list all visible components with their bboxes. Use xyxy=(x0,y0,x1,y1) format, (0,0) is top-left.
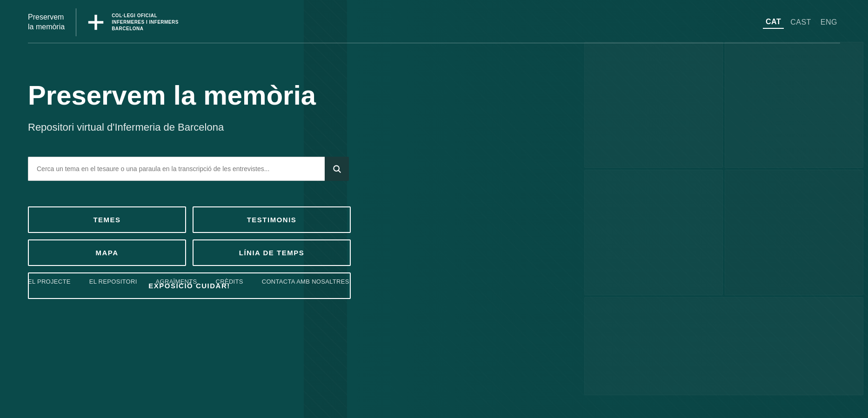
lang-eng-button[interactable]: ENG xyxy=(818,16,840,28)
college-name-line3: BARCELONA xyxy=(112,26,179,32)
college-info: COL·LEGI OFICIAL INFERMERES I INFERMERS … xyxy=(112,13,179,32)
logo-section: Preservem la memòria COL·LEGI OFICIAL IN… xyxy=(28,8,179,36)
linia-de-temps-button[interactable]: LÍNIA DE TEMPS xyxy=(193,239,351,266)
college-logo-icon xyxy=(87,14,104,31)
logo-text: Preservem la memòria xyxy=(28,13,65,32)
footer-link-agraiments[interactable]: AGRAÏMENTS xyxy=(156,278,197,285)
header: Preservem la memòria COL·LEGI OFICIAL IN… xyxy=(0,0,868,36)
footer-link-credits[interactable]: CRÈDITS xyxy=(216,278,243,285)
search-input[interactable] xyxy=(28,157,325,181)
search-container xyxy=(28,157,349,181)
footer-link-el-projecte[interactable]: EL PROJECTE xyxy=(28,278,71,285)
svg-line-3 xyxy=(339,171,341,173)
exposicio-cuidar-button[interactable]: Exposició CUIDAR! xyxy=(28,272,351,299)
lang-cast-button[interactable]: CAST xyxy=(788,16,814,28)
mapa-button[interactable]: MAPA xyxy=(28,239,186,266)
page-subtitle: Repositori virtual d'Infermeria de Barce… xyxy=(28,121,354,133)
footer-link-el-repositori[interactable]: EL REPOSITORI xyxy=(89,278,137,285)
page-title: Preservem la memòria xyxy=(28,80,354,110)
lang-cat-button[interactable]: CAT xyxy=(763,16,784,29)
footer-link-contacta[interactable]: CONTACTA AMB NOSALTRES xyxy=(262,278,349,285)
temes-button[interactable]: TEMES xyxy=(28,206,186,233)
content: Preservem la memòria COL·LEGI OFICIAL IN… xyxy=(0,0,868,299)
svg-rect-1 xyxy=(88,21,103,23)
nav-buttons: TEMES TESTIMONIS MAPA LÍNIA DE TEMPS Exp… xyxy=(28,206,354,299)
page-wrapper: Preservem la memòria COL·LEGI OFICIAL IN… xyxy=(0,0,868,418)
logo-main-text: Preservem la memòria xyxy=(28,13,65,32)
language-switcher: CAT CAST ENG xyxy=(763,16,840,29)
logo-divider xyxy=(76,8,76,36)
testimonis-button[interactable]: TESTIMONIS xyxy=(193,206,351,233)
main-content: Preservem la memòria Repositori virtual … xyxy=(0,43,381,299)
college-name-line2: INFERMERES I INFERMERS xyxy=(112,19,179,26)
footer-nav: EL PROJECTE EL REPOSITORI AGRAÏMENTS CRÈ… xyxy=(28,278,840,285)
svg-point-2 xyxy=(334,166,339,171)
search-icon xyxy=(332,164,341,173)
search-button[interactable] xyxy=(325,157,349,181)
college-name-line1: COL·LEGI OFICIAL xyxy=(112,13,179,19)
